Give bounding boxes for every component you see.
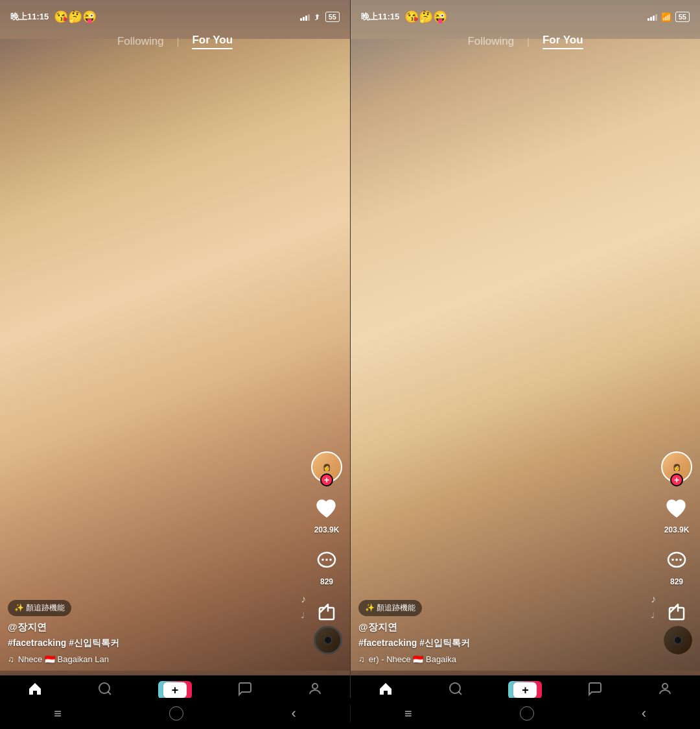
comment-action-left[interactable]: 829	[312, 546, 341, 586]
signal-bar-1r	[648, 18, 649, 21]
face-filter-text-right: ✨ 顏追跡機能	[365, 603, 415, 614]
signal-bar-1	[300, 18, 302, 21]
status-bar-left: 晚上11:15 😘🤔😜 ⮭ 55	[0, 0, 350, 29]
video-content-left	[0, 39, 350, 671]
svg-point-4	[99, 683, 110, 693]
system-nav-bar: ≡ ‹ ≡ ‹	[0, 698, 700, 729]
create-button-right[interactable]: +	[511, 681, 539, 699]
android-back-left[interactable]: ‹	[291, 705, 296, 722]
create-button-left[interactable]: +	[161, 681, 189, 699]
music-disc-hole-right	[673, 636, 682, 645]
comment-count-right: 829	[670, 577, 683, 586]
music-note-right: ♫	[358, 654, 365, 664]
nav-create-left[interactable]: +	[156, 681, 194, 699]
like-action-left[interactable]: 203.9K	[312, 494, 341, 534]
music-text-right: er) - Nhece 🇮🇩 Bagaika	[369, 654, 456, 664]
android-home-left[interactable]	[169, 706, 183, 721]
android-nav-left: ≡ ‹	[0, 705, 350, 722]
heart-icon-right	[662, 494, 691, 523]
comment-icon-left	[312, 546, 341, 575]
battery-icon-right: 55	[675, 12, 690, 22]
nav-separator-right: |	[527, 36, 530, 47]
hashtags-right[interactable]: #facetracking #신입틱톡커	[358, 638, 655, 649]
svg-point-8	[675, 558, 678, 561]
hashtags-left[interactable]: #facetracking #신입틱톡커	[8, 638, 305, 649]
music-info-right[interactable]: ♫ er) - Nhece 🇮🇩 Bagaika	[358, 654, 655, 664]
signal-icon-right	[648, 13, 657, 21]
right-actions-left: 👩 + 203.9K	[311, 451, 342, 638]
svg-point-7	[671, 558, 674, 561]
signal-bar-3	[305, 16, 307, 21]
avatar-container-left[interactable]: 👩 +	[311, 451, 342, 483]
video-content-right	[351, 39, 700, 671]
status-time-left: 晚上11:15	[10, 11, 49, 23]
bottom-info-left: ✨ 顏追跡機能 @장지연 #facetracking #신입틱톡커 ♫ Nhec…	[8, 600, 305, 664]
top-nav-right: Following | For You	[351, 29, 700, 54]
share-icon-right	[662, 598, 691, 627]
svg-point-2	[325, 558, 328, 561]
music-disc-hole-left	[323, 636, 332, 645]
plus-inner-right: +	[513, 682, 537, 698]
comment-action-right[interactable]: 829	[662, 546, 691, 586]
status-time-right: 晚上11:15	[361, 11, 399, 23]
status-left-section: 晚上11:15 😘🤔😜	[10, 10, 97, 24]
tab-for-you-left[interactable]: For You	[192, 34, 233, 49]
avatar-follow-btn-left[interactable]: +	[320, 473, 333, 486]
avatar-left: 👩 +	[311, 451, 342, 483]
svg-point-1	[321, 558, 324, 561]
tab-following-left[interactable]: Following	[117, 35, 164, 48]
svg-point-5	[312, 684, 318, 689]
music-disc-image-right	[664, 626, 692, 654]
svg-point-9	[679, 558, 682, 561]
svg-point-10	[450, 683, 460, 693]
signal-bar-4r	[655, 14, 657, 21]
avatar-container-right[interactable]: 👩 +	[661, 451, 692, 483]
share-icon-left	[312, 598, 341, 627]
avatar-follow-btn-right[interactable]: +	[670, 473, 683, 486]
username-right[interactable]: @장지연	[358, 621, 655, 634]
music-disc-image-left	[316, 626, 340, 654]
android-menu-right[interactable]: ≡	[404, 706, 412, 721]
nav-create-right[interactable]: +	[506, 681, 544, 699]
avatar-right: 👩 +	[661, 451, 692, 483]
nav-separator-left: |	[177, 36, 180, 47]
svg-point-3	[329, 558, 332, 561]
status-right-section-right: 📶 55	[648, 12, 690, 22]
wifi-icon-right: 📶	[661, 12, 671, 22]
signal-bar-4	[308, 14, 310, 21]
like-count-left: 203.9K	[314, 525, 340, 534]
phone-right: 晚上11:15 😘🤔😜 📶 55 Following | For You	[350, 0, 700, 729]
username-left[interactable]: @장지연	[8, 621, 305, 634]
signal-bar-2r	[650, 17, 652, 21]
bottom-info-right: ✨ 顏追跡機能 @장지연 #facetracking #신입틱톡커 ♫ er) …	[358, 600, 655, 664]
battery-icon-left: 55	[325, 12, 340, 22]
music-disc-left[interactable]	[314, 626, 342, 654]
face-filter-text-left: ✨ 顏追跡機能	[14, 603, 65, 614]
wifi-icon-left: ⮭	[314, 12, 321, 21]
tab-for-you-right[interactable]: For You	[542, 34, 583, 49]
status-left-section-right: 晚上11:15 😘🤔😜	[361, 10, 447, 24]
phone-left: 晚上11:15 😘🤔😜 ⮭ 55 Following | For You	[0, 0, 350, 729]
tab-following-right[interactable]: Following	[467, 35, 514, 48]
status-right-section: ⮭ 55	[300, 12, 340, 22]
status-emojis-left: 😘🤔😜	[54, 10, 97, 24]
like-action-right[interactable]: 203.9K	[662, 494, 691, 534]
status-bar-right: 晚上11:15 😘🤔😜 📶 55	[351, 0, 700, 29]
android-menu-left[interactable]: ≡	[54, 706, 62, 721]
status-emojis-right: 😘🤔😜	[404, 10, 447, 24]
android-back-right[interactable]: ‹	[642, 705, 646, 722]
face-filter-badge-right: ✨ 顏追跡機能	[358, 600, 422, 616]
android-nav-right: ≡ ‹	[350, 705, 700, 722]
right-actions-right: 👩 + 203.9K	[661, 451, 692, 638]
heart-icon-left	[312, 494, 341, 523]
android-home-right[interactable]	[520, 706, 534, 721]
music-note-left: ♫	[8, 654, 14, 664]
top-nav-left: Following | For You	[0, 29, 350, 54]
music-info-left[interactable]: ♫ Nhece 🇮🇩 Bagaikan Lan	[8, 654, 305, 664]
signal-bar-2	[303, 17, 305, 21]
comment-icon-right	[662, 546, 691, 575]
music-disc-right[interactable]	[664, 626, 692, 654]
svg-point-11	[662, 684, 668, 689]
music-text-left: Nhece 🇮🇩 Bagaikan Lan	[18, 654, 109, 664]
comment-count-left: 829	[320, 577, 333, 586]
